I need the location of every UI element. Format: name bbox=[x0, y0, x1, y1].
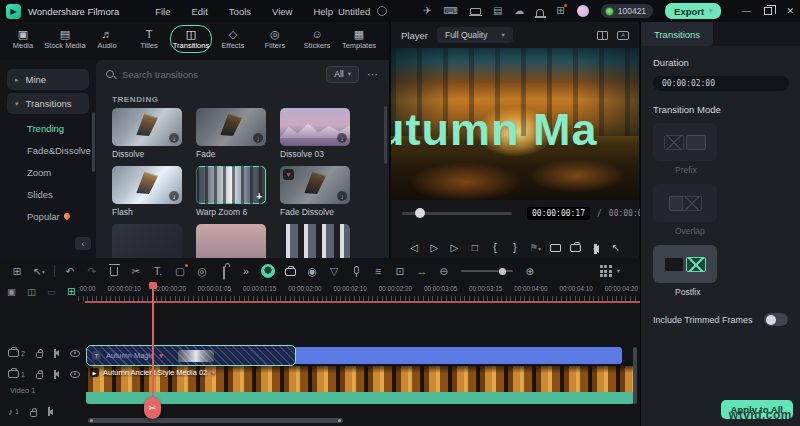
lock-icon[interactable] bbox=[36, 352, 43, 358]
tab-templates[interactable]: ▦ Templates bbox=[338, 25, 380, 50]
quality-dropdown[interactable]: Full Quality ▾ bbox=[437, 27, 513, 43]
transition-thumbnail[interactable]: ↓ bbox=[196, 108, 266, 146]
video-clip[interactable]: ▶ Autumn Ancient Style Media 02 ♥ bbox=[86, 366, 634, 392]
audio-mixer-button[interactable]: ≡ bbox=[367, 266, 389, 277]
transition-card-partial[interactable] bbox=[112, 224, 182, 258]
track-manager-button[interactable]: ▾ bbox=[600, 265, 634, 277]
undo-button[interactable]: ↶ bbox=[59, 266, 81, 277]
tab-stock-media[interactable]: ▤ Stock Media bbox=[44, 25, 86, 50]
apply-to-all-button[interactable]: Apply to All bbox=[721, 400, 793, 419]
transition-thumbnail[interactable]: ↓ bbox=[112, 108, 182, 146]
keyboard-shortcuts-icon[interactable]: ⌨ bbox=[443, 6, 457, 16]
split-button[interactable]: ✂ bbox=[125, 266, 147, 277]
media-export-icon[interactable]: ▤ bbox=[493, 6, 502, 16]
tab-media[interactable]: ▣ Media bbox=[2, 25, 44, 50]
tab-filters[interactable]: ◎ Filters bbox=[254, 25, 296, 50]
marker-button[interactable]: ⚑▾ bbox=[525, 242, 545, 253]
menu-help[interactable]: Help bbox=[313, 6, 333, 17]
sidebar-scrollbar[interactable] bbox=[92, 112, 95, 172]
speed-ramp-button[interactable] bbox=[279, 266, 301, 277]
timeline-zoom-slider[interactable] bbox=[461, 270, 513, 272]
close-button[interactable]: ✕ bbox=[786, 6, 794, 16]
media-layout-icon[interactable]: ⊞ bbox=[6, 266, 28, 277]
sidebar-item-fade-dissolve[interactable]: Fade&Dissolve bbox=[0, 139, 96, 161]
transition-thumbnail[interactable] bbox=[280, 224, 350, 258]
tab-titles[interactable]: T Titles bbox=[128, 25, 170, 50]
mute-icon[interactable] bbox=[54, 350, 59, 356]
transition-thumbnail[interactable]: ↓ bbox=[112, 166, 182, 204]
export-button[interactable]: Export ▾ bbox=[665, 3, 721, 19]
project-name[interactable]: Untitled bbox=[338, 6, 370, 17]
sidebar-item-zoom[interactable]: Zoom bbox=[0, 161, 96, 183]
manage-tracks-icon[interactable]: ▣ bbox=[7, 287, 16, 297]
render-preview-button[interactable]: ◉ bbox=[301, 266, 323, 277]
transition-thumbnail[interactable] bbox=[112, 224, 182, 258]
mode-option-postfix[interactable] bbox=[653, 245, 717, 283]
split-screen-icon[interactable] bbox=[597, 31, 608, 40]
previous-frame-button[interactable]: ◁ bbox=[404, 242, 424, 253]
menu-view[interactable]: View bbox=[272, 6, 292, 17]
lock-icon[interactable] bbox=[30, 411, 37, 417]
mark-out-button[interactable]: } bbox=[505, 242, 525, 253]
stop-button[interactable]: □ bbox=[465, 242, 485, 253]
transition-card-partial[interactable] bbox=[280, 224, 350, 258]
playhead-cut-handle[interactable]: ✂ bbox=[144, 397, 161, 419]
menu-file[interactable]: File bbox=[155, 6, 170, 17]
visibility-icon[interactable] bbox=[70, 350, 80, 357]
transition-card-dissolve[interactable]: ↓ Dissolve bbox=[112, 108, 182, 159]
select-tool-button[interactable]: ↖▾ bbox=[28, 266, 50, 277]
tab-audio[interactable]: ♬ Audio bbox=[86, 25, 128, 50]
pip-button[interactable]: ⊡ bbox=[389, 266, 411, 277]
monitor-icon[interactable]: ▭ bbox=[47, 287, 56, 297]
project-settings-icon[interactable] bbox=[377, 6, 387, 16]
transition-card-dissolve-03[interactable]: ↓ Dissolve 03 bbox=[280, 108, 350, 159]
crop-button[interactable]: ▢ bbox=[169, 266, 191, 277]
notifications-icon[interactable] bbox=[536, 9, 544, 16]
collapse-sidebar-button[interactable]: ‹ bbox=[75, 237, 91, 250]
sidebar-item-trending[interactable]: Trending bbox=[0, 117, 96, 139]
duration-input[interactable]: 00:00:02:00 bbox=[653, 76, 789, 91]
magnetic-timeline-icon[interactable]: ⊞ bbox=[67, 286, 76, 297]
minimize-button[interactable]: — bbox=[741, 6, 750, 16]
visibility-icon[interactable] bbox=[70, 371, 80, 378]
share-icon[interactable]: ✈ bbox=[423, 6, 431, 16]
ai-portrait-icon[interactable] bbox=[261, 264, 275, 278]
timeline-vertical-scrollbar[interactable] bbox=[633, 347, 637, 404]
seek-knob[interactable] bbox=[415, 208, 425, 218]
timeline-ruler[interactable]: :00:00 00:00:00:10 00:00:00:20 00:00:01:… bbox=[78, 284, 638, 301]
inspector-tab-transitions[interactable]: Transitions bbox=[641, 22, 713, 46]
mode-option-overlap[interactable] bbox=[653, 184, 717, 222]
lock-tool-button[interactable] bbox=[213, 266, 235, 277]
more-options-button[interactable]: ⋯ bbox=[367, 68, 379, 81]
lock-icon[interactable] bbox=[36, 373, 43, 379]
transition-thumbnail[interactable]: ↓ bbox=[280, 108, 350, 146]
sidebar-group-mine[interactable]: ▸ Mine bbox=[7, 69, 89, 90]
audio-clip-strip[interactable] bbox=[86, 392, 634, 404]
preview-viewport[interactable]: utumn Ma bbox=[391, 48, 639, 200]
sidebar-item-slides[interactable]: Slides bbox=[0, 183, 96, 205]
mask-button[interactable]: ▽ bbox=[323, 266, 345, 277]
fit-timeline-button[interactable]: ↔ bbox=[411, 266, 433, 277]
trimmed-frames-toggle[interactable] bbox=[764, 313, 788, 326]
transition-card-fade[interactable]: ↓ Fade bbox=[196, 108, 266, 159]
tab-transitions[interactable]: ◫ Transitions bbox=[170, 25, 212, 53]
transition-card-flash[interactable]: ↓ Flash bbox=[112, 166, 182, 217]
menu-tools[interactable]: Tools bbox=[229, 6, 251, 17]
keyframe-button[interactable]: ◎ bbox=[191, 266, 213, 277]
coins-badge[interactable]: 100421 bbox=[601, 4, 653, 18]
mirror-display-button[interactable] bbox=[545, 242, 565, 253]
volume-button[interactable] bbox=[586, 242, 606, 253]
grid-scrollbar[interactable] bbox=[384, 106, 387, 164]
add-icon[interactable]: + bbox=[256, 191, 262, 202]
transition-thumbnail[interactable] bbox=[196, 224, 266, 258]
redo-button[interactable]: ↷ bbox=[81, 266, 103, 277]
sidebar-item-popular[interactable]: Popular bbox=[0, 205, 96, 227]
title-clip-selected-region[interactable]: T Autumn Magic ♥ bbox=[86, 345, 296, 366]
user-avatar[interactable] bbox=[577, 5, 589, 17]
search-input[interactable] bbox=[122, 69, 318, 80]
menu-edit[interactable]: Edit bbox=[191, 6, 207, 17]
mute-icon[interactable] bbox=[48, 409, 53, 415]
cloud-icon[interactable]: ☁ bbox=[514, 6, 524, 16]
transition-card-partial[interactable] bbox=[196, 224, 266, 258]
seek-slider[interactable] bbox=[402, 212, 512, 215]
